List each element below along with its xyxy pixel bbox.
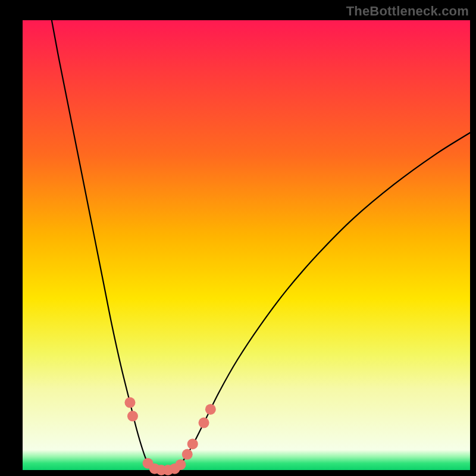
plot-background (23, 20, 470, 470)
data-marker (182, 449, 193, 460)
data-marker (127, 411, 138, 421)
watermark-text: TheBottleneck.com (346, 4, 469, 19)
bottleneck-chart (0, 0, 476, 476)
data-marker (175, 459, 186, 470)
chart-frame: TheBottleneck.com (0, 0, 476, 476)
data-marker (124, 397, 135, 408)
data-marker (187, 439, 198, 449)
data-marker (199, 418, 209, 428)
data-marker (205, 404, 216, 415)
